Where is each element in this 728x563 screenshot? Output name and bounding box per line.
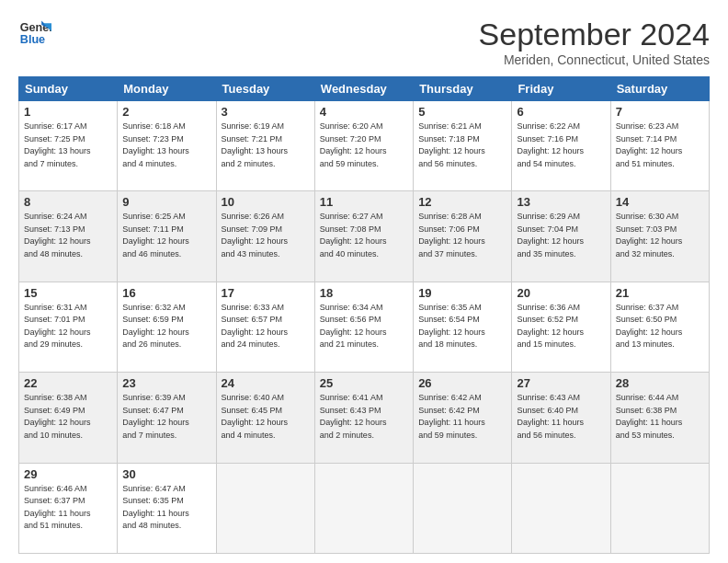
day-number: 19 bbox=[418, 286, 506, 300]
table-row: 16Sunrise: 6:32 AMSunset: 6:59 PMDayligh… bbox=[118, 282, 216, 372]
day-info: Sunrise: 6:23 AMSunset: 7:14 PMDaylight:… bbox=[616, 121, 704, 170]
header-sunday: Sunday bbox=[19, 77, 118, 101]
day-info: Sunrise: 6:19 AMSunset: 7:21 PMDaylight:… bbox=[222, 121, 310, 170]
day-number: 8 bbox=[24, 195, 112, 209]
table-row: 20Sunrise: 6:36 AMSunset: 6:52 PMDayligh… bbox=[512, 282, 610, 372]
table-row bbox=[414, 463, 512, 553]
table-row: 10Sunrise: 6:26 AMSunset: 7:09 PMDayligh… bbox=[216, 191, 314, 282]
day-info: Sunrise: 6:32 AMSunset: 6:59 PMDaylight:… bbox=[122, 302, 210, 351]
table-row: 9Sunrise: 6:25 AMSunset: 7:11 PMDaylight… bbox=[118, 191, 216, 282]
day-info: Sunrise: 6:36 AMSunset: 6:52 PMDaylight:… bbox=[517, 302, 605, 351]
day-info: Sunrise: 6:39 AMSunset: 6:47 PMDaylight:… bbox=[122, 392, 210, 442]
day-info: Sunrise: 6:34 AMSunset: 6:56 PMDaylight:… bbox=[320, 302, 408, 351]
day-number: 10 bbox=[222, 195, 310, 209]
day-number: 28 bbox=[616, 376, 704, 390]
table-row bbox=[512, 463, 610, 553]
day-number: 4 bbox=[320, 105, 408, 119]
table-row: 11Sunrise: 6:27 AMSunset: 7:08 PMDayligh… bbox=[314, 191, 413, 282]
day-info: Sunrise: 6:42 AMSunset: 6:42 PMDaylight:… bbox=[418, 392, 506, 442]
table-row: 17Sunrise: 6:33 AMSunset: 6:57 PMDayligh… bbox=[216, 282, 314, 372]
day-info: Sunrise: 6:44 AMSunset: 6:38 PMDaylight:… bbox=[616, 392, 704, 442]
day-number: 21 bbox=[616, 286, 704, 300]
day-number: 2 bbox=[122, 105, 210, 119]
table-row: 21Sunrise: 6:37 AMSunset: 6:50 PMDayligh… bbox=[610, 282, 709, 372]
table-row: 7Sunrise: 6:23 AMSunset: 7:14 PMDaylight… bbox=[610, 101, 709, 191]
day-info: Sunrise: 6:17 AMSunset: 7:25 PMDaylight:… bbox=[24, 121, 112, 170]
week-row-2: 8Sunrise: 6:24 AMSunset: 7:13 PMDaylight… bbox=[19, 191, 710, 282]
day-info: Sunrise: 6:27 AMSunset: 7:08 PMDaylight:… bbox=[320, 211, 408, 260]
day-info: Sunrise: 6:18 AMSunset: 7:23 PMDaylight:… bbox=[122, 121, 210, 170]
general-blue-logo-icon: General Blue bbox=[18, 17, 51, 50]
location: Meriden, Connecticut, United States bbox=[479, 52, 710, 67]
header-tuesday: Tuesday bbox=[216, 77, 314, 101]
day-number: 16 bbox=[122, 286, 210, 300]
day-info: Sunrise: 6:41 AMSunset: 6:43 PMDaylight:… bbox=[320, 392, 408, 442]
table-row: 4Sunrise: 6:20 AMSunset: 7:20 PMDaylight… bbox=[314, 101, 413, 191]
table-row: 12Sunrise: 6:28 AMSunset: 7:06 PMDayligh… bbox=[414, 191, 512, 282]
day-number: 25 bbox=[320, 376, 408, 390]
day-number: 5 bbox=[418, 105, 506, 119]
header-saturday: Saturday bbox=[610, 77, 709, 101]
day-info: Sunrise: 6:38 AMSunset: 6:49 PMDaylight:… bbox=[24, 392, 112, 442]
day-number: 17 bbox=[222, 286, 310, 300]
table-row: 24Sunrise: 6:40 AMSunset: 6:45 PMDayligh… bbox=[216, 373, 314, 463]
page-header: General Blue September 2024 Meriden, Con… bbox=[18, 17, 710, 67]
day-info: Sunrise: 6:37 AMSunset: 6:50 PMDaylight:… bbox=[616, 302, 704, 351]
day-number: 6 bbox=[517, 105, 605, 119]
day-number: 24 bbox=[222, 376, 310, 390]
table-row: 5Sunrise: 6:21 AMSunset: 7:18 PMDaylight… bbox=[414, 101, 512, 191]
day-info: Sunrise: 6:22 AMSunset: 7:16 PMDaylight:… bbox=[517, 121, 605, 170]
day-number: 1 bbox=[24, 105, 112, 119]
day-info: Sunrise: 6:25 AMSunset: 7:11 PMDaylight:… bbox=[122, 211, 210, 260]
day-number: 20 bbox=[517, 286, 605, 300]
day-number: 7 bbox=[616, 105, 704, 119]
table-row bbox=[610, 463, 709, 553]
day-number: 14 bbox=[616, 195, 704, 209]
day-info: Sunrise: 6:46 AMSunset: 6:37 PMDaylight:… bbox=[24, 483, 112, 533]
day-number: 11 bbox=[320, 195, 408, 209]
day-info: Sunrise: 6:26 AMSunset: 7:09 PMDaylight:… bbox=[222, 211, 310, 260]
day-info: Sunrise: 6:28 AMSunset: 7:06 PMDaylight:… bbox=[418, 211, 506, 260]
table-row: 2Sunrise: 6:18 AMSunset: 7:23 PMDaylight… bbox=[118, 101, 216, 191]
header-monday: Monday bbox=[118, 77, 216, 101]
week-row-3: 15Sunrise: 6:31 AMSunset: 7:01 PMDayligh… bbox=[19, 282, 710, 372]
table-row bbox=[216, 463, 314, 553]
header-friday: Friday bbox=[512, 77, 610, 101]
day-info: Sunrise: 6:35 AMSunset: 6:54 PMDaylight:… bbox=[418, 302, 506, 351]
day-number: 30 bbox=[122, 467, 210, 481]
day-number: 18 bbox=[320, 286, 408, 300]
table-row: 6Sunrise: 6:22 AMSunset: 7:16 PMDaylight… bbox=[512, 101, 610, 191]
table-row: 26Sunrise: 6:42 AMSunset: 6:42 PMDayligh… bbox=[414, 373, 512, 463]
day-info: Sunrise: 6:21 AMSunset: 7:18 PMDaylight:… bbox=[418, 121, 506, 170]
day-number: 12 bbox=[418, 195, 506, 209]
day-info: Sunrise: 6:24 AMSunset: 7:13 PMDaylight:… bbox=[24, 211, 112, 260]
day-number: 9 bbox=[122, 195, 210, 209]
day-info: Sunrise: 6:30 AMSunset: 7:03 PMDaylight:… bbox=[616, 211, 704, 260]
table-row: 15Sunrise: 6:31 AMSunset: 7:01 PMDayligh… bbox=[19, 282, 118, 372]
day-info: Sunrise: 6:33 AMSunset: 6:57 PMDaylight:… bbox=[222, 302, 310, 351]
table-row: 3Sunrise: 6:19 AMSunset: 7:21 PMDaylight… bbox=[216, 101, 314, 191]
day-number: 22 bbox=[24, 376, 112, 390]
week-row-1: 1Sunrise: 6:17 AMSunset: 7:25 PMDaylight… bbox=[19, 101, 710, 191]
week-row-5: 29Sunrise: 6:46 AMSunset: 6:37 PMDayligh… bbox=[19, 463, 710, 553]
day-info: Sunrise: 6:47 AMSunset: 6:35 PMDaylight:… bbox=[122, 483, 210, 533]
day-number: 23 bbox=[122, 376, 210, 390]
day-info: Sunrise: 6:20 AMSunset: 7:20 PMDaylight:… bbox=[320, 121, 408, 170]
table-row: 18Sunrise: 6:34 AMSunset: 6:56 PMDayligh… bbox=[314, 282, 413, 372]
day-number: 13 bbox=[517, 195, 605, 209]
table-row: 22Sunrise: 6:38 AMSunset: 6:49 PMDayligh… bbox=[19, 373, 118, 463]
day-info: Sunrise: 6:40 AMSunset: 6:45 PMDaylight:… bbox=[222, 392, 310, 442]
table-row: 14Sunrise: 6:30 AMSunset: 7:03 PMDayligh… bbox=[610, 191, 709, 282]
week-row-4: 22Sunrise: 6:38 AMSunset: 6:49 PMDayligh… bbox=[19, 373, 710, 463]
table-row: 27Sunrise: 6:43 AMSunset: 6:40 PMDayligh… bbox=[512, 373, 610, 463]
day-number: 29 bbox=[24, 467, 112, 481]
day-number: 27 bbox=[517, 376, 605, 390]
day-info: Sunrise: 6:43 AMSunset: 6:40 PMDaylight:… bbox=[517, 392, 605, 442]
table-row: 1Sunrise: 6:17 AMSunset: 7:25 PMDaylight… bbox=[19, 101, 118, 191]
svg-text:Blue: Blue bbox=[20, 33, 45, 46]
calendar-table: Sunday Monday Tuesday Wednesday Thursday… bbox=[18, 76, 710, 554]
header-wednesday: Wednesday bbox=[314, 77, 413, 101]
table-row: 13Sunrise: 6:29 AMSunset: 7:04 PMDayligh… bbox=[512, 191, 610, 282]
day-number: 15 bbox=[24, 286, 112, 300]
month-title: September 2024 bbox=[479, 17, 710, 52]
